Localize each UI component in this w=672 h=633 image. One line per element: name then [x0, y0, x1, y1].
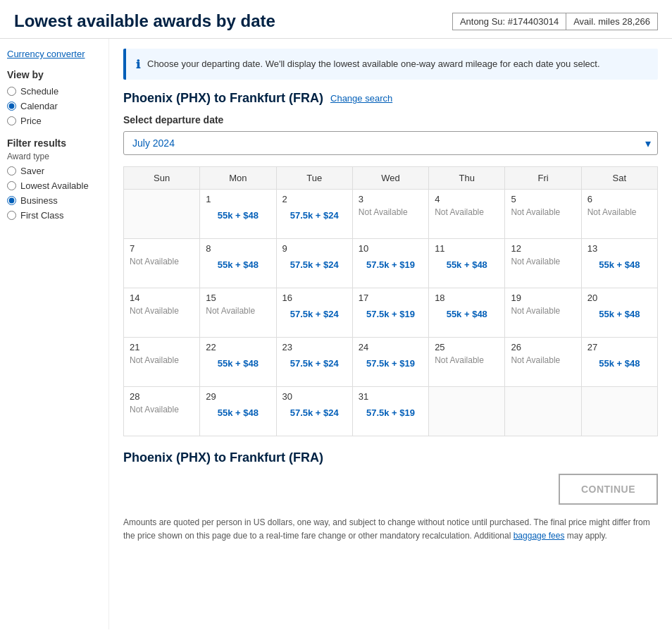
table-row: 7Not Available	[124, 239, 200, 288]
baggage-fees-link[interactable]: baggage fees	[514, 531, 565, 541]
view-by-price[interactable]: Price	[7, 116, 101, 126]
filter-results-title: Filter results	[7, 137, 101, 149]
table-row	[429, 387, 505, 436]
info-icon: ℹ	[136, 58, 140, 71]
table-row: 14Not Available	[124, 288, 200, 338]
table-row[interactable]: 1355k + $48	[581, 239, 657, 288]
table-row: 19Not Available	[505, 288, 581, 338]
change-search-link[interactable]: Change search	[330, 93, 392, 104]
month-select[interactable]: June 2024 July 2024 August 2024 Septembe…	[123, 131, 658, 155]
table-row: 3Not Available	[352, 190, 428, 239]
award-type-saver[interactable]: Saver	[7, 166, 101, 176]
info-banner: ℹ Choose your departing date. We'll disp…	[123, 49, 658, 80]
col-thu: Thu	[429, 167, 505, 190]
award-type-lowest-available[interactable]: Lowest Available	[7, 180, 101, 191]
disclaimer: Amounts are quoted per person in US doll…	[123, 516, 658, 543]
table-row[interactable]: 855k + $48	[200, 239, 276, 288]
table-row[interactable]: 2357.5k + $24	[276, 338, 352, 387]
table-row: 21Not Available	[124, 338, 200, 387]
calendar-table: Sun Mon Tue Wed Thu Fri Sat 155k + $4825…	[123, 166, 658, 436]
account-miles: Avail. miles 28,266	[566, 13, 658, 30]
table-row	[505, 387, 581, 436]
departure-label: Select departure date	[123, 114, 658, 125]
table-row	[124, 190, 200, 239]
table-row[interactable]: 2255k + $48	[200, 338, 276, 387]
table-row[interactable]: 3157.5k + $19	[352, 387, 428, 436]
col-fri: Fri	[505, 167, 581, 190]
continue-section: CONTINUE	[123, 474, 658, 505]
table-row: 4Not Available	[429, 190, 505, 239]
col-mon: Mon	[200, 167, 276, 190]
route-heading: Phoenix (PHX) to Frankfurt (FRA) Change …	[123, 91, 658, 106]
table-row[interactable]: 3057.5k + $24	[276, 387, 352, 436]
award-type-group: Saver Lowest Available Business First Cl…	[7, 166, 101, 221]
table-row[interactable]: 957.5k + $24	[276, 239, 352, 288]
currency-converter-link[interactable]: Currency converter	[7, 49, 101, 59]
main-layout: Currency converter View by Schedule Cale…	[0, 39, 672, 629]
view-by-title: View by	[7, 69, 101, 80]
bottom-route: Phoenix (PHX) to Frankfurt (FRA)	[123, 450, 658, 465]
col-wed: Wed	[352, 167, 428, 190]
sidebar: Currency converter View by Schedule Cale…	[0, 39, 109, 629]
table-row: 26Not Available	[505, 338, 581, 387]
award-type-business[interactable]: Business	[7, 195, 101, 206]
table-row[interactable]: 2457.5k + $19	[352, 338, 428, 387]
continue-button[interactable]: CONTINUE	[559, 474, 658, 505]
table-row[interactable]: 2955k + $48	[200, 387, 276, 436]
award-type-first-class[interactable]: First Class	[7, 210, 101, 221]
table-row: 15Not Available	[200, 288, 276, 338]
top-header: Lowest available awards by date Antong S…	[0, 0, 672, 39]
table-row[interactable]: 1855k + $48	[429, 288, 505, 338]
award-type-label: Award type	[7, 152, 101, 161]
page-title: Lowest available awards by date	[14, 11, 275, 31]
col-tue: Tue	[276, 167, 352, 190]
info-text: Choose your departing date. We'll displa…	[147, 57, 600, 71]
col-sat: Sat	[581, 167, 657, 190]
table-row[interactable]: 2755k + $48	[581, 338, 657, 387]
view-by-calendar[interactable]: Calendar	[7, 101, 101, 111]
account-number: Antong Su: #174403014	[452, 13, 566, 30]
table-row[interactable]: 257.5k + $24	[276, 190, 352, 239]
table-row: 6Not Available	[581, 190, 657, 239]
col-sun: Sun	[124, 167, 200, 190]
table-row[interactable]: 155k + $48	[200, 190, 276, 239]
table-row: 25Not Available	[429, 338, 505, 387]
table-row[interactable]: 1057.5k + $19	[352, 239, 428, 288]
route-text: Phoenix (PHX) to Frankfurt (FRA)	[123, 91, 323, 106]
view-by-schedule[interactable]: Schedule	[7, 86, 101, 97]
table-row: 5Not Available	[505, 190, 581, 239]
table-row[interactable]: 1657.5k + $24	[276, 288, 352, 338]
view-by-group: Schedule Calendar Price	[7, 86, 101, 126]
content-area: ℹ Choose your departing date. We'll disp…	[109, 39, 672, 629]
table-row[interactable]: 1757.5k + $19	[352, 288, 428, 338]
table-row	[581, 387, 657, 436]
table-row[interactable]: 1155k + $48	[429, 239, 505, 288]
month-select-wrapper: June 2024 July 2024 August 2024 Septembe…	[123, 131, 658, 155]
table-row: 28Not Available	[124, 387, 200, 436]
account-info: Antong Su: #174403014 Avail. miles 28,26…	[452, 13, 658, 30]
table-row: 12Not Available	[505, 239, 581, 288]
table-row[interactable]: 2055k + $48	[581, 288, 657, 338]
